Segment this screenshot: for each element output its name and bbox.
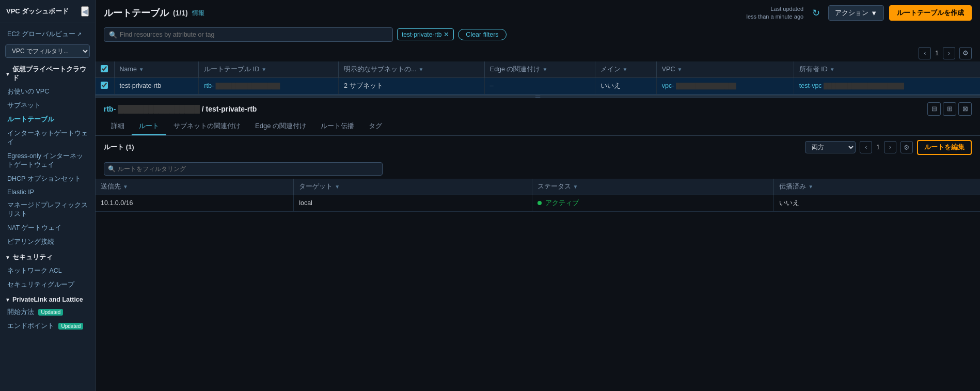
sidebar-section-privatelink[interactable]: ▼ PrivateLink and Lattice: [0, 292, 95, 305]
routes-search-input[interactable]: [104, 162, 383, 176]
updated-badge-2: Updated: [58, 323, 83, 330]
vpc-id-link[interactable]: vpc-: [662, 82, 674, 89]
sidebar-item-dhcp[interactable]: DHCP オプションセット: [0, 172, 95, 186]
route-destination: 10.1.0.0/16: [96, 195, 294, 211]
sort-icon-edge: ▼: [543, 67, 548, 72]
th-main: メイン ▼: [595, 61, 656, 78]
routes-settings-btn[interactable]: ⚙: [900, 141, 913, 153]
route-tables-table: Name ▼ ルートテーブル ID ▼ 明示的な: [96, 61, 980, 95]
bottom-panel: rtb- ████████████████ / test-private-rtb…: [96, 98, 980, 391]
routes-prev-btn[interactable]: ‹: [860, 141, 872, 153]
table-settings-btn[interactable]: ⚙: [959, 47, 972, 59]
remove-filter-btn[interactable]: ✕: [444, 30, 449, 38]
bottom-tabs: 詳細 ルート サブネットの関連付け Edge の関連付け ルート伝播 タグ: [96, 118, 980, 136]
routes-next-btn[interactable]: ›: [884, 141, 896, 153]
sort-icon-vpc: ▼: [677, 67, 682, 72]
table-row[interactable]: test-private-rtb rtb- ████████████████ 2…: [96, 77, 980, 94]
routes-search-icon: 🔍: [108, 165, 116, 173]
sidebar-item-endpoints[interactable]: エンドポイント Updated: [0, 319, 95, 333]
top-panel: ルートテーブル (1/1) 情報 Last updated less than …: [96, 0, 980, 95]
routes-table: 送信先 ▼ ターゲット ▼ ステータス: [96, 179, 980, 212]
th-edge: Edge の関連付け ▼: [484, 61, 595, 78]
routes-actions: 両方 送信先 ターゲット ‹ 1 › ⚙ ルートを編集: [805, 140, 972, 155]
search-input[interactable]: [104, 27, 393, 42]
sort-icon-status: ▼: [573, 184, 578, 190]
direction-select[interactable]: 両方 送信先 ターゲット: [805, 141, 856, 153]
route-status: アクティブ: [532, 195, 774, 211]
th-name: Name ▼: [114, 61, 199, 78]
create-route-table-button[interactable]: ルートテーブルを作成: [889, 5, 972, 21]
tab-route-propagation[interactable]: ルート伝播: [313, 118, 361, 135]
sidebar-vpc-filter[interactable]: VPC でフィルタリ... すべての VPC: [0, 41, 95, 61]
sidebar-item-prefix-list[interactable]: マネージドプレフィックスリスト: [0, 198, 95, 221]
row-checkbox[interactable]: [101, 82, 108, 89]
sidebar-item-elastic-ip[interactable]: Elastic IP: [0, 186, 95, 198]
route-table-id-link[interactable]: rtb-: [204, 82, 214, 89]
refresh-button[interactable]: ↻: [809, 6, 823, 20]
sort-icon-main: ▼: [623, 67, 628, 72]
sidebar-item-route-table[interactable]: ルートテーブル: [0, 113, 95, 127]
main-table-area: Name ▼ ルートテーブル ID ▼ 明示的な: [96, 61, 980, 95]
row-subnets: 2 サブネット: [339, 77, 485, 94]
status-text: アクティブ: [545, 199, 579, 207]
sidebar-section-privatelink-label: PrivateLink and Lattice: [12, 296, 83, 303]
page-title: ルートテーブル: [104, 7, 169, 19]
info-link[interactable]: 情報: [192, 9, 204, 18]
view-split-v-btn[interactable]: ⊞: [943, 102, 956, 116]
row-edge: –: [484, 77, 595, 94]
edit-routes-button[interactable]: ルートを編集: [917, 140, 972, 155]
bottom-panel-title: rtb- ████████████████ / test-private-rtb: [104, 105, 257, 113]
bottom-id: rtb-: [104, 105, 116, 113]
vpc-id-redacted: ███████████████: [676, 83, 736, 89]
row-name: test-private-rtb: [114, 77, 199, 94]
row-owner: test-vpc ████████████████████: [794, 77, 980, 94]
sidebar-section-security[interactable]: ▼ セキュリティ: [0, 249, 95, 264]
prev-page-btn[interactable]: ‹: [919, 47, 931, 59]
chevron-down-icon-3: ▼: [5, 297, 10, 303]
sort-icon-id: ▼: [261, 67, 266, 72]
view-expand-btn[interactable]: ⊠: [958, 102, 972, 116]
id-redacted: ████████████████: [216, 83, 280, 89]
sidebar-collapse-btn[interactable]: ◀: [81, 6, 89, 17]
sidebar-item-sg[interactable]: セキュリティグループ: [0, 278, 95, 292]
routes-search-inner: 🔍: [104, 162, 383, 176]
tab-routes[interactable]: ルート: [132, 118, 166, 135]
route-propagated: いいえ: [774, 195, 980, 211]
bottom-panel-header: rtb- ████████████████ / test-private-rtb…: [96, 98, 980, 118]
chevron-down-icon: ▼: [5, 71, 10, 77]
owner-link[interactable]: test-vpc: [799, 82, 822, 89]
sidebar-item-nat[interactable]: NAT ゲートウェイ: [0, 221, 95, 235]
sidebar-item-vpc[interactable]: お使いの VPC: [0, 85, 95, 99]
view-split-h-btn[interactable]: ⊟: [927, 102, 941, 116]
select-all-checkbox[interactable]: [101, 65, 108, 72]
next-page-btn[interactable]: ›: [943, 47, 955, 59]
sidebar-item-acl[interactable]: ネットワーク ACL: [0, 264, 95, 278]
sidebar-item-igw[interactable]: インターネットゲートウェイ: [0, 127, 95, 149]
sidebar-item-egress-igw[interactable]: Egress-only インターネットゲートウェイ: [0, 149, 95, 172]
sort-icon-dest: ▼: [123, 184, 128, 190]
sidebar-item-ec2-global[interactable]: EC2 グローバルビュー: [0, 27, 95, 41]
clear-filters-button[interactable]: Clear filters: [458, 29, 506, 40]
sidebar-section-security-label: セキュリティ: [12, 253, 53, 262]
panel-title: ルートテーブル (1/1) 情報: [104, 7, 204, 19]
sidebar-item-subnet[interactable]: サブネット: [0, 99, 95, 113]
chevron-down-icon-2: ▼: [5, 255, 10, 260]
bottom-view-controls: ⊟ ⊞ ⊠: [927, 102, 972, 116]
panel-actions: Last updated less than a minute ago ↻ アク…: [746, 5, 972, 21]
sidebar-item-getting-started[interactable]: 開始方法 Updated: [0, 305, 95, 319]
tab-subnet-assoc[interactable]: サブネットの関連付け: [166, 118, 248, 135]
th-destination: 送信先 ▼: [96, 179, 294, 195]
sidebar-nav: EC2 グローバルビュー VPC でフィルタリ... すべての VPC ▼ 仮想…: [0, 23, 95, 337]
action-button[interactable]: アクション ▼: [828, 5, 884, 21]
vpc-filter-select[interactable]: VPC でフィルタリ... すべての VPC: [5, 44, 90, 58]
tab-details[interactable]: 詳細: [104, 118, 132, 135]
routes-search: 🔍: [96, 159, 980, 179]
tab-tags[interactable]: タグ: [361, 118, 389, 135]
sidebar-item-peering[interactable]: ピアリング接続: [0, 235, 95, 249]
sort-icon-propagated: ▼: [808, 184, 813, 190]
sidebar-section-vpc[interactable]: ▼ 仮想プライベートクラウド: [0, 61, 95, 85]
row-main: いいえ: [595, 77, 656, 94]
status-dot-icon: [538, 201, 542, 205]
search-icon: 🔍: [109, 30, 117, 38]
tab-edge-assoc[interactable]: Edge の関連付け: [248, 118, 313, 135]
